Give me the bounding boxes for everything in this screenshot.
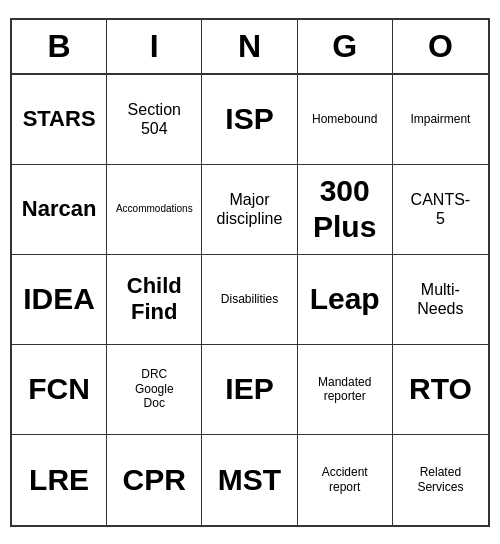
bingo-cell: Section 504 xyxy=(107,75,202,165)
cell-text: 300 Plus xyxy=(313,173,376,245)
bingo-cell: LRE xyxy=(12,435,107,525)
bingo-cell: IEP xyxy=(202,345,297,435)
bingo-header: BINGO xyxy=(12,20,488,75)
bingo-cell: Child Find xyxy=(107,255,202,345)
bingo-cell: Major discipline xyxy=(202,165,297,255)
bingo-grid: STARSSection 504ISPHomeboundImpairmentNa… xyxy=(12,75,488,525)
cell-text: Impairment xyxy=(410,112,470,126)
bingo-cell: STARS xyxy=(12,75,107,165)
cell-text: Multi- Needs xyxy=(417,280,463,318)
cell-text: Related Services xyxy=(417,465,463,494)
bingo-cell: IDEA xyxy=(12,255,107,345)
cell-text: Major discipline xyxy=(217,190,283,228)
bingo-cell: ISP xyxy=(202,75,297,165)
cell-text: Homebound xyxy=(312,112,377,126)
cell-text: CANTS- 5 xyxy=(411,190,471,228)
bingo-cell: Accommodations xyxy=(107,165,202,255)
bingo-cell: Multi- Needs xyxy=(393,255,488,345)
bingo-cell: Related Services xyxy=(393,435,488,525)
cell-text: Mandated reporter xyxy=(318,375,371,404)
cell-text: Child Find xyxy=(127,273,182,326)
cell-text: Leap xyxy=(310,281,380,317)
cell-text: CPR xyxy=(123,462,186,498)
bingo-cell: Mandated reporter xyxy=(298,345,393,435)
cell-text: Disabilities xyxy=(221,292,278,306)
bingo-cell: RTO xyxy=(393,345,488,435)
cell-text: FCN xyxy=(28,371,90,407)
cell-text: RTO xyxy=(409,371,472,407)
header-letter: G xyxy=(298,20,393,73)
bingo-cell: Narcan xyxy=(12,165,107,255)
cell-text: Accommodations xyxy=(116,203,193,215)
header-letter: B xyxy=(12,20,107,73)
bingo-cell: DRC Google Doc xyxy=(107,345,202,435)
bingo-cell: Impairment xyxy=(393,75,488,165)
cell-text: MST xyxy=(218,462,281,498)
bingo-cell: Leap xyxy=(298,255,393,345)
cell-text: DRC Google Doc xyxy=(135,367,174,410)
cell-text: STARS xyxy=(23,106,96,132)
bingo-cell: MST xyxy=(202,435,297,525)
bingo-cell: Disabilities xyxy=(202,255,297,345)
cell-text: ISP xyxy=(225,101,273,137)
cell-text: IEP xyxy=(225,371,273,407)
cell-text: IDEA xyxy=(23,281,95,317)
bingo-cell: Homebound xyxy=(298,75,393,165)
cell-text: Narcan xyxy=(22,196,97,222)
bingo-cell: CANTS- 5 xyxy=(393,165,488,255)
header-letter: N xyxy=(202,20,297,73)
header-letter: I xyxy=(107,20,202,73)
bingo-cell: 300 Plus xyxy=(298,165,393,255)
bingo-card: BINGO STARSSection 504ISPHomeboundImpair… xyxy=(10,18,490,527)
bingo-cell: Accident report xyxy=(298,435,393,525)
cell-text: Section 504 xyxy=(128,100,181,138)
bingo-cell: CPR xyxy=(107,435,202,525)
cell-text: Accident report xyxy=(322,465,368,494)
cell-text: LRE xyxy=(29,462,89,498)
header-letter: O xyxy=(393,20,488,73)
bingo-cell: FCN xyxy=(12,345,107,435)
